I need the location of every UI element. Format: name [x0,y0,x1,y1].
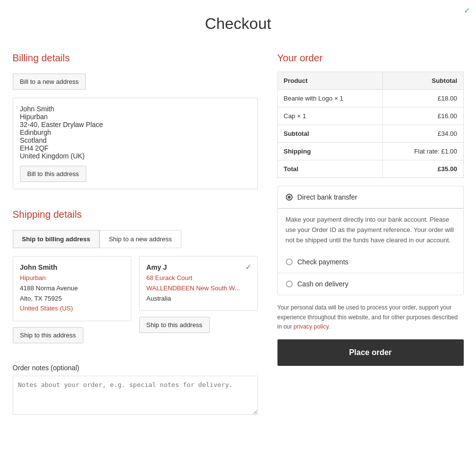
page-title: Checkout [0,0,476,52]
item-2-price: £16.00 [383,107,463,125]
privacy-policy-link[interactable]: privacy policy [294,323,328,330]
radio-bank-transfer-icon [286,194,293,201]
item-1-name: Beanie with Logo × 1 [277,90,383,107]
payment-cod[interactable]: Cash on delivery [278,273,463,295]
payment-bank-transfer[interactable]: Direct bank transfer [278,186,463,208]
billing-postcode: EH4 2QF [20,144,251,152]
shipping-row: Shipping Flat rate: £1.00 [277,143,463,160]
shipping-value: Flat rate: £1.00 [383,143,463,160]
payment-cod-label: Cash on delivery [298,280,349,288]
payment-section: Direct bank transfer Make your payment d… [277,186,464,295]
billing-line2: 32-40, Easter Drylaw Place [20,121,251,128]
order-notes-input[interactable] [13,376,258,415]
shipping-address-card-1: John Smith Hipurban 4188 Norma Avenue Al… [13,256,131,321]
table-row: Beanie with Logo × 1 £18.00 [277,90,463,107]
order-notes-section: Order notes (optional) [13,364,258,416]
shipping-address-card-1-wrap: John Smith Hipurban 4188 Norma Avenue Al… [13,256,131,349]
left-column: Billing details Bill to a new address ✓ … [13,52,258,416]
billing-region: Scotland [20,136,251,144]
col-product: Product [277,72,383,90]
bill-to-address-button[interactable]: Bill to this address [20,166,87,182]
shipping-line2-1: 4188 Norma Avenue [20,283,124,294]
total-row: Total £35.00 [277,160,463,178]
shipping-address-cards: John Smith Hipurban 4188 Norma Avenue Al… [13,256,258,349]
shipping-tabs: Ship to billing address Ship to a new ad… [13,230,258,248]
billing-line1: Hipurban [20,113,251,121]
billing-section-title: Billing details [13,52,258,64]
billing-city: Edinburgh [20,128,251,136]
shipping-address-card-2-wrap: ✓ Amy J 68 Eurack Court WALLENDBEEN New … [139,256,258,349]
shipping-country-1: United States (US) [20,304,124,314]
subtotal-value: £34.00 [383,125,463,143]
shipping-city-1: Alto, TX 75925 [20,294,124,304]
shipping-country-2: Australia [147,294,251,304]
billing-checkmark-icon: ✓ [464,6,470,15]
tab-ship-billing[interactable]: Ship to billing address [13,230,100,248]
item-1-price: £18.00 [383,90,463,107]
payment-check-label: Check payments [298,258,349,266]
shipping-section: Shipping details Ship to billing address… [13,209,258,349]
table-row: Cap × 1 £16.00 [277,107,463,125]
shipping-line1-1: Hipurban [20,273,124,283]
billing-section: Billing details Bill to a new address ✓ … [13,52,258,189]
radio-cod-icon [286,281,293,287]
right-column: Your order Product Subtotal Beanie with … [277,52,464,416]
ship-to-address-button-1[interactable]: Ship to this address [13,327,83,343]
shipping-line1-2: 68 Eurack Court [147,273,251,283]
bank-transfer-description: Make your payment directly into our bank… [278,208,463,251]
payment-check[interactable]: Check payments [278,251,463,273]
order-table: Product Subtotal Beanie with Logo × 1 £1… [277,72,464,178]
bill-new-address-button[interactable]: Bill to a new address [13,74,86,90]
billing-name: John Smith [20,105,251,113]
shipping-line2-2: WALLENDBEEN New South W... [147,283,251,294]
your-order-title: Your order [277,52,464,64]
shipping-name-1: John Smith [20,263,124,271]
shipping-address-card-2: ✓ Amy J 68 Eurack Court WALLENDBEEN New … [139,256,258,311]
tab-ship-new[interactable]: Ship to a new address [100,230,181,248]
ship-to-address-button-2[interactable]: Ship to this address [139,317,210,333]
total-value: £35.00 [383,160,463,178]
billing-country: United Kingdom (UK) [20,152,251,160]
col-subtotal: Subtotal [383,72,463,90]
payment-bank-transfer-label: Direct bank transfer [298,193,357,201]
shipping-name-2: Amy J [147,263,251,271]
billing-address-card: ✓ John Smith Hipurban 32-40, Easter Dryl… [13,98,258,189]
subtotal-row: Subtotal £34.00 [277,125,463,143]
item-2-name: Cap × 1 [277,107,383,125]
order-notes-label: Order notes (optional) [13,364,258,372]
subtotal-label: Subtotal [277,125,383,143]
shipping-label: Shipping [277,143,383,160]
place-order-button[interactable]: Place order [277,339,464,366]
shipping-section-title: Shipping details [13,209,258,220]
radio-check-icon [286,258,293,265]
total-label: Total [277,160,383,178]
privacy-note: Your personal data will be used to proce… [277,303,464,332]
shipping-checkmark-icon: ✓ [245,262,251,272]
